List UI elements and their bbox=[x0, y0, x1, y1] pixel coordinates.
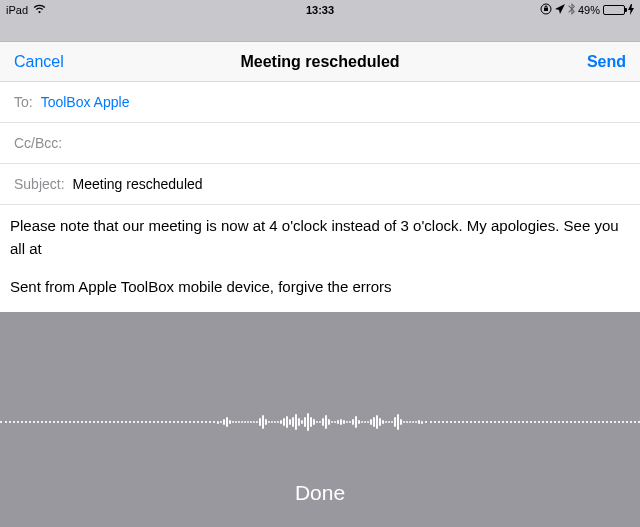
dictation-done-button[interactable]: Done bbox=[0, 463, 640, 527]
location-icon bbox=[555, 4, 565, 16]
body-text: Please note that our meeting is now at 4… bbox=[10, 215, 630, 260]
wifi-icon bbox=[33, 4, 46, 16]
signature-text: Sent from Apple ToolBox mobile device, f… bbox=[10, 276, 630, 299]
battery-icon bbox=[603, 5, 625, 15]
compose-navbar: Cancel Meeting rescheduled Send bbox=[0, 42, 640, 82]
subject-label: Subject: bbox=[14, 176, 65, 192]
device-label: iPad bbox=[6, 4, 28, 16]
subject-field[interactable]: Subject: Meeting rescheduled bbox=[0, 164, 640, 205]
dictation-panel: Done bbox=[0, 312, 640, 527]
send-button[interactable]: Send bbox=[587, 53, 626, 71]
battery-percent: 49% bbox=[578, 4, 600, 16]
background-toolbar bbox=[0, 20, 640, 42]
message-body[interactable]: Please note that our meeting is now at 4… bbox=[0, 205, 640, 317]
ccbcc-label: Cc/Bcc: bbox=[14, 135, 62, 151]
to-recipient[interactable]: ToolBox Apple bbox=[41, 94, 130, 110]
to-field[interactable]: To: ToolBox Apple bbox=[0, 82, 640, 123]
compose-title: Meeting rescheduled bbox=[0, 53, 640, 71]
subject-value: Meeting rescheduled bbox=[73, 176, 203, 192]
status-bar: iPad 13:33 49% bbox=[0, 0, 640, 20]
bluetooth-icon bbox=[568, 3, 575, 17]
charging-icon bbox=[628, 4, 634, 17]
orientation-lock-icon bbox=[540, 3, 552, 17]
waveform-bars bbox=[215, 413, 425, 431]
header-fields: To: ToolBox Apple Cc/Bcc: Subject: Meeti… bbox=[0, 82, 640, 205]
dictation-waveform bbox=[0, 407, 640, 437]
cancel-button[interactable]: Cancel bbox=[14, 53, 64, 71]
to-label: To: bbox=[14, 94, 33, 110]
ccbcc-field[interactable]: Cc/Bcc: bbox=[0, 123, 640, 164]
